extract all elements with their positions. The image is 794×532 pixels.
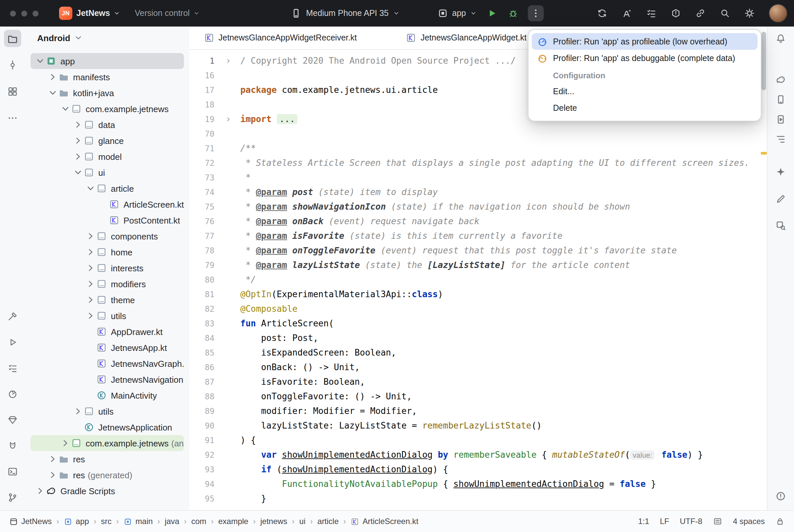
- line-number[interactable]: 85: [189, 346, 237, 360]
- line-number[interactable]: 17: [189, 83, 237, 97]
- fold-marker-icon[interactable]: [225, 116, 232, 123]
- link-icon[interactable]: [695, 8, 706, 19]
- breadcrumb-ui[interactable]: ui: [299, 517, 306, 526]
- run-button[interactable]: [484, 5, 500, 21]
- line-number[interactable]: 77: [189, 229, 237, 244]
- readonly-lock-icon[interactable]: [775, 517, 785, 526]
- commit-tool-button[interactable]: [4, 56, 21, 74]
- tree-item-jetnewsapplication[interactable]: JetnewsApplication: [31, 419, 184, 435]
- chevron-right-icon[interactable]: [85, 263, 96, 273]
- tree-item-home[interactable]: home: [31, 244, 184, 260]
- code-line-84[interactable]: 84 post: Post,: [189, 331, 768, 346]
- line-number[interactable]: 91: [189, 433, 237, 448]
- tree-item-manifests[interactable]: manifests: [31, 69, 184, 85]
- chevron-right-icon[interactable]: [85, 310, 96, 321]
- line-number[interactable]: 75: [189, 200, 237, 214]
- line-number[interactable]: 94: [189, 477, 237, 492]
- line-number[interactable]: 88: [189, 390, 237, 404]
- line-number[interactable]: 86: [189, 360, 237, 375]
- code-line-82[interactable]: 82@Composable: [189, 302, 768, 317]
- logcat-tool-button[interactable]: [4, 437, 21, 454]
- line-number[interactable]: 82: [189, 302, 237, 317]
- tree-item-glance[interactable]: glance: [31, 133, 184, 149]
- sync-icon[interactable]: [597, 8, 607, 19]
- line-separator[interactable]: LF: [660, 517, 669, 526]
- line-number[interactable]: 90: [189, 419, 237, 433]
- chevron-right-icon[interactable]: [85, 247, 96, 258]
- breadcrumb-article[interactable]: article: [317, 517, 338, 526]
- breadcrumb-app[interactable]: app: [64, 517, 89, 526]
- tree-item-components[interactable]: components: [31, 228, 184, 244]
- line-number[interactable]: 71: [189, 141, 237, 156]
- code-line-81[interactable]: 81@OptIn(ExperimentalMaterial3Api::class…: [189, 287, 768, 302]
- line-number[interactable]: 73: [189, 170, 237, 185]
- chevron-down-icon[interactable]: [60, 103, 71, 114]
- gradle-tool-button[interactable]: [772, 71, 789, 88]
- line-number[interactable]: 83: [189, 317, 237, 331]
- line-number[interactable]: 74: [189, 185, 237, 200]
- tree-item-kotlin-java[interactable]: kotlin+java: [31, 85, 184, 101]
- breadcrumb-jetnews[interactable]: JetNews: [9, 517, 52, 526]
- tree-item-jetnewsnavigation[interactable]: JetnewsNavigation: [31, 372, 184, 387]
- line-number[interactable]: 18: [189, 97, 237, 112]
- project-menu[interactable]: JetNews: [76, 0, 120, 26]
- git-branch-tool-button[interactable]: [4, 489, 21, 506]
- line-number[interactable]: 76: [189, 214, 237, 229]
- fold-marker-icon[interactable]: [225, 58, 232, 64]
- code-line-89[interactable]: 89 modifier: Modifier = Modifier,: [189, 404, 768, 419]
- tree-item-com-example-jetnews[interactable]: com.example.jetnews: [31, 101, 184, 117]
- tree-item-utils[interactable]: utils: [31, 403, 184, 419]
- code-line-80[interactable]: 80 */: [189, 273, 768, 287]
- chevron-down-icon[interactable]: [35, 56, 46, 66]
- insights-tool-button[interactable]: [4, 411, 21, 429]
- tree-item-res[interactable]: res(generated): [31, 467, 184, 483]
- tree-item-article[interactable]: article: [31, 180, 184, 196]
- indent-style-icon[interactable]: [713, 517, 722, 526]
- window-zoom-button[interactable]: [33, 10, 38, 16]
- more-tool-button[interactable]: [4, 110, 21, 127]
- line-number[interactable]: 89: [189, 404, 237, 419]
- popup-action-delete[interactable]: Delete: [532, 99, 757, 116]
- window-minimize-button[interactable]: [21, 10, 27, 16]
- code-line-71[interactable]: 71/**: [189, 141, 768, 156]
- chevron-down-icon[interactable]: [85, 183, 96, 194]
- inspections-icon[interactable]: [670, 8, 681, 19]
- tree-item-appdrawer-kt[interactable]: AppDrawer.kt: [31, 324, 184, 340]
- tree-item-model[interactable]: model: [31, 149, 184, 165]
- code-line-94[interactable]: 94 FunctionalityNotAvailablePopup { show…: [189, 477, 768, 492]
- debug-button[interactable]: [505, 5, 521, 21]
- ai-assistant-icon[interactable]: [622, 8, 632, 19]
- chevron-right-icon[interactable]: [72, 119, 84, 130]
- line-number[interactable]: 84: [189, 331, 237, 346]
- tree-item-mainactivity[interactable]: MainActivity: [31, 387, 184, 403]
- tree-item-jetnewsapp-kt[interactable]: JetnewsApp.kt: [31, 340, 184, 356]
- breadcrumb-java[interactable]: java: [165, 517, 179, 526]
- code-line-79[interactable]: 79 * @param lazyListState (state) the [L…: [189, 258, 768, 273]
- line-number[interactable]: 93: [189, 462, 237, 477]
- code-line-95[interactable]: 95 }: [189, 492, 768, 506]
- popup-item-1[interactable]: Profiler: Run 'app' as profileable (low …: [532, 33, 757, 50]
- settings-icon[interactable]: [744, 8, 755, 19]
- line-number[interactable]: 87: [189, 375, 237, 390]
- code-line-92[interactable]: 92 var showUnimplementedActionDialog by …: [189, 448, 768, 462]
- code-line-87[interactable]: 87 isFavorite: Boolean,: [189, 375, 768, 390]
- editor-tab-2[interactable]: JetnewsGlanceAppWidget.kt: [406, 26, 527, 49]
- pencil-tool-button[interactable]: [772, 190, 789, 208]
- tree-item-jetnewsnavgraph[interactable]: JetnewsNavGraph.: [31, 356, 184, 372]
- device-selector[interactable]: Medium Phone API 35: [291, 0, 400, 26]
- line-number[interactable]: 19: [189, 112, 237, 127]
- line-number[interactable]: 16: [189, 68, 237, 83]
- window-close-button[interactable]: [10, 10, 16, 16]
- run-tool-tool-button[interactable]: [4, 334, 21, 351]
- tree-item-app[interactable]: app: [31, 53, 184, 69]
- line-number[interactable]: 72: [189, 156, 237, 170]
- tree-item-ui[interactable]: ui: [31, 165, 184, 180]
- chevron-right-icon[interactable]: [72, 151, 84, 162]
- resource-manager-tool-button[interactable]: [4, 83, 21, 100]
- code-line-77[interactable]: 77 * @param isFavorite (state) is this i…: [189, 229, 768, 244]
- running-devices-tool-button[interactable]: [772, 111, 789, 128]
- gemini-tool-button[interactable]: [772, 163, 789, 180]
- chevron-right-icon[interactable]: [85, 294, 96, 305]
- tree-item-articlescreen-kt[interactable]: ArticleScreen.kt: [31, 196, 184, 212]
- line-number[interactable]: 80: [189, 273, 237, 287]
